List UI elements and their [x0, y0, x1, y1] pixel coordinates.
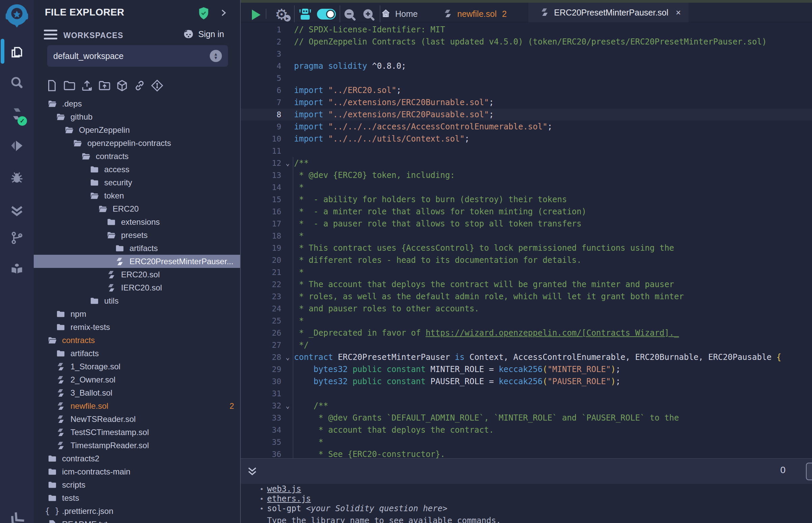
tree-file-readme.txt[interactable]: README.txt [34, 518, 240, 523]
terminal-link[interactable]: ethers.js [267, 494, 311, 503]
tree-folder-github[interactable]: github [34, 110, 240, 123]
workspaces-menu-icon[interactable] [44, 30, 57, 41]
tree-item-label: security [104, 178, 132, 187]
tree-file-3-ballot.sol[interactable]: 3_Ballot.sol [34, 386, 240, 399]
zoom-in-button[interactable] [361, 7, 376, 22]
ai-assistant-icon[interactable] [297, 7, 313, 22]
code-line-8: 8import "../extensions/ERC20Pausable.sol… [241, 109, 812, 121]
tree-folder-security[interactable]: security [34, 176, 240, 189]
git-clone-icon[interactable] [148, 78, 166, 93]
compile-settings-button[interactable]: ⚙ ▶ [273, 5, 290, 23]
tree-item-label: utils [104, 296, 119, 306]
tree-file-newfile.sol[interactable]: newfile.sol2 [34, 399, 240, 413]
code-line-10: 10import "../../../utils/Context.sol"; [241, 133, 812, 145]
code-line-33: 33 * @dev Grants `DEFAULT_ADMIN_ROLE`, `… [241, 412, 812, 424]
code-line-28: 28⌄contract ERC20PresetMinterPauser is C… [241, 351, 812, 363]
rail-icon-debugger[interactable] [9, 169, 25, 186]
code-token: bytes32 [314, 365, 348, 374]
tree-folder-scripts[interactable]: scripts [34, 478, 240, 491]
new-folder-icon[interactable] [61, 78, 78, 93]
code-token: ) [611, 377, 615, 386]
github-sign-in-button[interactable]: Sign in [182, 28, 224, 40]
rail-icon-static-analysis[interactable] [9, 202, 25, 218]
tree-file-.prettierrc.json[interactable]: { }.prettierrc.json [34, 504, 240, 518]
tree-folder-openzeppelin-contracts[interactable]: openzeppelin-contracts [34, 137, 240, 150]
tree-folder-npm[interactable]: npm [34, 307, 240, 321]
tree-folder-extensions[interactable]: extensions [34, 215, 240, 229]
tree-file-2-owner.sol[interactable]: 2_Owner.sol [34, 373, 240, 386]
folder-open-icon [81, 151, 91, 161]
editor-area: ⚙ ▶ Home [240, 0, 812, 523]
tree-file-ierc20.sol[interactable]: IERC20.sol [34, 281, 240, 294]
tree-folder-.deps[interactable]: .deps [34, 97, 240, 110]
tree-file-timestampreader.sol[interactable]: TimestampReader.sol [34, 439, 240, 452]
code-token [323, 110, 328, 119]
tree-folder-contracts[interactable]: contracts [34, 333, 240, 347]
tab-erc20presetminterpauser-sol[interactable]: ERC20PresetMinterPauser.sol × [528, 3, 689, 22]
tree-folder-artifacts[interactable]: artifacts [34, 347, 240, 360]
code-editor[interactable]: 1// SPDX-License-Identifier: MIT2// Open… [241, 22, 812, 458]
line-number: 11 [241, 147, 281, 155]
sol-icon [56, 388, 66, 398]
tree-folder-tests[interactable]: tests [34, 491, 240, 504]
rail-icon-deploy-run[interactable] [9, 138, 25, 154]
tree-folder-presets[interactable]: presets [34, 229, 240, 241]
rail-icon-git[interactable] [9, 230, 25, 246]
rail-icon-file-explorer[interactable] [9, 44, 25, 60]
tree-folder-contracts[interactable]: contracts [34, 150, 240, 163]
workspace-select[interactable]: default_workspace ▲▼ [47, 45, 228, 67]
tree-file-erc20.sol[interactable]: ERC20.sol [34, 268, 240, 281]
rail-icon-search[interactable] [9, 74, 25, 91]
code-line-35: 35 * [241, 436, 812, 448]
run-script-button[interactable] [248, 7, 263, 22]
terminal-search-box[interactable] [806, 463, 812, 480]
code-token [323, 98, 328, 107]
divider [380, 5, 381, 22]
close-tab-icon[interactable]: × [676, 7, 681, 18]
remix-logo-icon[interactable] [4, 3, 30, 28]
tree-folder-utils[interactable]: utils [34, 294, 240, 307]
code-token [382, 377, 386, 386]
tab-newfile-sol[interactable]: newfile.sol 2 [443, 5, 507, 22]
link-icon[interactable] [131, 78, 148, 93]
tab-home[interactable]: Home [381, 5, 418, 22]
tree-file-1-storage.sol[interactable]: 1_Storage.sol [34, 360, 240, 373]
active-plugin-indicator [1, 39, 4, 64]
tree-file-testsctimestamp.sol[interactable]: TestSCTimestamp.sol [34, 426, 240, 439]
zoom-out-button[interactable] [342, 7, 357, 22]
new-file-icon[interactable] [43, 78, 61, 93]
fold-chevron-icon[interactable]: ⌄ [281, 353, 294, 361]
bullet: • [260, 504, 267, 512]
tree-folder-token[interactable]: token [34, 189, 240, 202]
fold-chevron-icon[interactable]: ⌄ [281, 402, 294, 410]
ai-copilot-toggle[interactable] [317, 9, 336, 20]
workspaces-label: WORKSPACES [64, 31, 123, 40]
terminal-link[interactable]: web3.js [267, 484, 301, 494]
code-token: * and pauser roles to other accounts. [294, 304, 479, 313]
fold-chevron-icon[interactable]: ⌄ [281, 159, 294, 167]
sol-icon [106, 283, 116, 293]
terminal-output[interactable]: •web3.js•ethers.js•sol-gpt <your Solidit… [241, 484, 812, 523]
folder-icon [56, 348, 66, 359]
terminal-collapse-icon[interactable] [246, 465, 258, 477]
tree-folder-openzeppelin[interactable]: OpenZeppelin [34, 123, 240, 137]
tree-folder-access[interactable]: access [34, 163, 240, 176]
terminal-header[interactable]: 0 [241, 458, 812, 484]
tree-folder-erc20[interactable]: ERC20 [34, 202, 240, 215]
collapse-rail-icon[interactable] [4, 507, 29, 523]
tree-file-newtsreader.sol[interactable]: NewTSReader.sol [34, 413, 240, 426]
tree-folder-icm-contracts-main[interactable]: icm-contracts-main [34, 465, 240, 478]
rail-icon-learneth[interactable] [9, 261, 25, 277]
collapse-panel-chevron-icon[interactable] [218, 8, 228, 18]
code-line-5: 5 [241, 72, 812, 84]
tree-folder-artifacts[interactable]: artifacts [34, 241, 240, 255]
ipfs-box-icon[interactable] [113, 78, 131, 93]
upload-file-icon[interactable] [78, 78, 96, 93]
tree-folder-contracts2[interactable]: contracts2 [34, 452, 240, 465]
tree-folder-remix-tests[interactable]: remix-tests [34, 321, 240, 333]
upload-folder-icon[interactable] [96, 78, 113, 93]
tree-file-erc20presetminterpauser...[interactable]: ERC20PresetMinterPauser... [34, 255, 240, 268]
code-token: keccak256 [499, 377, 543, 386]
code-token [294, 377, 314, 386]
code-token: */ [294, 340, 308, 350]
